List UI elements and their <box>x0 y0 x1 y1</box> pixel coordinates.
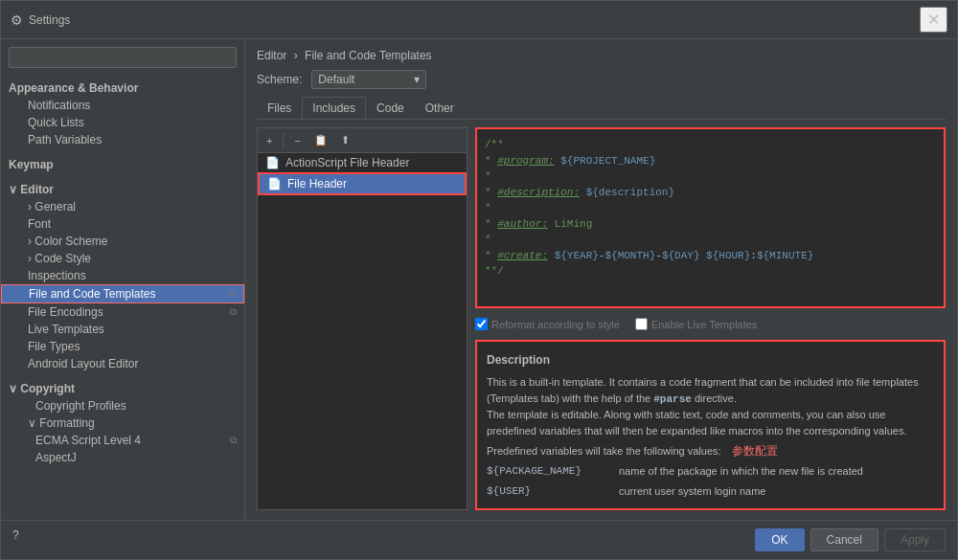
sidebar-item-inspections[interactable]: Inspections <box>1 267 244 284</box>
formatting-expand-icon: ∨ <box>28 416 39 430</box>
breadcrumb-current: File and Code Templates <box>305 49 432 62</box>
settings-icon: ⚙ <box>11 12 23 28</box>
tab-code[interactable]: Code <box>366 97 415 119</box>
sidebar-item-file-types[interactable]: File Types <box>1 338 244 355</box>
code-line-1: /** <box>485 137 936 153</box>
sidebar: Appearance & Behavior Notifications Quic… <box>1 39 245 520</box>
cancel-button[interactable]: Cancel <box>810 528 878 551</box>
content-area: Appearance & Behavior Notifications Quic… <box>1 39 957 520</box>
export-template-button[interactable]: ⬆ <box>336 132 354 148</box>
sidebar-item-android-layout-editor[interactable]: Android Layout Editor <box>1 355 244 372</box>
template-item-actionscript[interactable]: 📄 ActionScript File Header <box>258 153 467 172</box>
breadcrumb-editor: Editor <box>257 49 286 62</box>
ok-button[interactable]: OK <box>755 528 804 551</box>
tabs-bar: Files Includes Code Other <box>257 97 946 120</box>
scheme-value: Default <box>318 73 354 86</box>
sidebar-item-font[interactable]: Font <box>1 215 244 233</box>
sidebar-item-code-style[interactable]: › Code Style <box>1 250 244 267</box>
apply-button[interactable]: Apply <box>884 528 946 551</box>
remove-template-button[interactable]: − <box>289 133 305 148</box>
sidebar-item-formatting[interactable]: ∨ Formatting <box>1 414 244 432</box>
description-panel: Description This is a built-in template.… <box>475 340 946 510</box>
description-text-3: Predefined variables will take the follo… <box>487 442 934 459</box>
reformat-text: Reformat according to style <box>491 319 620 330</box>
settings-window: ⚙ Settings ✕ Appearance & Behavior Notif… <box>0 0 958 560</box>
editor-options: Reformat according to style Enable Live … <box>475 314 946 334</box>
template-icon-actionscript: 📄 <box>265 156 280 169</box>
editor-expand-icon: ∨ <box>9 183 20 196</box>
copy-icon: ⧉ <box>229 288 236 300</box>
var-desc-package: name of the package in which the new fil… <box>619 463 863 480</box>
live-templates-text: Enable Live Templates <box>651 319 757 330</box>
sidebar-section-appearance: Appearance & Behavior Notifications Quic… <box>1 76 244 152</box>
question-icon[interactable]: ? <box>12 528 19 551</box>
template-item-file-header[interactable]: 📄 File Header <box>258 172 467 195</box>
scheme-label: Scheme: <box>257 73 302 86</box>
template-icon-file-header: 📄 <box>267 177 282 190</box>
sidebar-section-keymap: Keymap <box>1 152 244 177</box>
code-line-9: **/ <box>485 263 936 280</box>
tab-includes[interactable]: Includes <box>302 97 366 119</box>
scheme-dropdown-icon: ▾ <box>414 73 420 86</box>
template-toolbar: + − 📋 ⬆ <box>258 128 467 153</box>
sidebar-item-live-templates[interactable]: Live Templates <box>1 321 244 338</box>
close-button[interactable]: ✕ <box>920 7 947 33</box>
code-line-3: * <box>485 168 936 185</box>
sidebar-item-notifications[interactable]: Notifications <box>1 97 244 114</box>
reformat-checkbox[interactable] <box>475 318 488 330</box>
sidebar-item-quick-lists[interactable]: Quick Lists <box>1 114 244 131</box>
sidebar-header-editor: ∨ Editor <box>1 181 244 198</box>
template-list-panel: + − 📋 ⬆ 📄 ActionScript File Header 📄 <box>257 127 468 510</box>
title-bar: ⚙ Settings ✕ <box>1 1 957 39</box>
sidebar-header-keymap: Keymap <box>1 156 244 173</box>
code-line-7: * <box>485 232 936 248</box>
code-line-5: * <box>485 200 936 216</box>
copy-icon-2: ⧉ <box>230 306 237 318</box>
sidebar-item-aspectj[interactable]: AspectJ <box>1 449 244 466</box>
copyright-expand-icon: ∨ <box>9 382 20 395</box>
description-text-2: The template is editable. Along with sta… <box>487 407 934 438</box>
sidebar-item-ecma-script[interactable]: ECMA Script Level 4 ⧉ <box>1 432 244 449</box>
live-templates-label[interactable]: Enable Live Templates <box>635 318 757 330</box>
scheme-row: Scheme: Default ▾ <box>257 70 946 89</box>
code-line-6: * #author: LiMing <box>485 216 936 233</box>
sidebar-section-copyright: ∨ Copyright Copyright Profiles ∨ Formatt… <box>1 376 244 470</box>
bottom-bar: ? OK Cancel Apply <box>1 520 957 559</box>
tab-other[interactable]: Other <box>415 97 465 119</box>
sidebar-item-color-scheme[interactable]: › Color Scheme <box>1 233 244 250</box>
tab-files[interactable]: Files <box>257 97 302 119</box>
add-template-button[interactable]: + <box>262 133 277 148</box>
panels-area: + − 📋 ⬆ 📄 ActionScript File Header 📄 <box>257 127 946 510</box>
sidebar-item-copyright-profiles[interactable]: Copyright Profiles <box>1 397 244 414</box>
description-text-1: This is a built-in template. It contains… <box>487 374 934 407</box>
code-editor[interactable]: /** * #program: ${PROJECT_NAME} * * #des… <box>475 127 946 308</box>
title-bar-left: ⚙ Settings <box>11 12 70 28</box>
main-panel: Editor › File and Code Templates Scheme:… <box>245 39 957 520</box>
toolbar-separator <box>283 133 284 148</box>
sidebar-item-file-encodings[interactable]: File Encodings ⧉ <box>1 303 244 321</box>
live-templates-checkbox[interactable] <box>635 318 648 330</box>
sidebar-header-copyright: ∨ Copyright <box>1 380 244 397</box>
variable-row-2: ${USER} current user system login name <box>487 483 934 500</box>
breadcrumb: Editor › File and Code Templates <box>257 49 946 62</box>
sidebar-item-file-code-templates[interactable]: File and Code Templates ⧉ <box>1 284 244 303</box>
template-list: 📄 ActionScript File Header 📄 File Header <box>258 153 467 509</box>
var-name-package: ${PACKAGE_NAME} <box>487 463 611 480</box>
chinese-annotation: 参数配置 <box>732 444 778 458</box>
code-line-2: * #program: ${PROJECT_NAME} <box>485 153 936 169</box>
editor-panel: /** * #program: ${PROJECT_NAME} * * #des… <box>475 127 946 510</box>
search-input[interactable] <box>9 47 237 68</box>
code-line-4: * #description: ${description} <box>485 185 936 201</box>
variable-row-1: ${PACKAGE_NAME} name of the package in w… <box>487 463 934 480</box>
var-name-user: ${USER} <box>487 483 611 500</box>
sidebar-item-path-variables[interactable]: Path Variables <box>1 131 244 148</box>
window-title: Settings <box>29 13 70 27</box>
copy-template-button[interactable]: 📋 <box>309 132 332 148</box>
parse-directive: #parse <box>653 393 692 405</box>
scheme-select[interactable]: Default ▾ <box>311 70 426 89</box>
reformat-label[interactable]: Reformat according to style <box>475 318 620 330</box>
sidebar-item-general[interactable]: › General <box>1 198 244 215</box>
description-title: Description <box>487 351 934 369</box>
sidebar-section-editor: ∨ Editor › General Font › Color Scheme ›… <box>1 177 244 376</box>
code-line-8: * #create: ${YEAR}-${MONTH}-${DAY} ${HOU… <box>485 248 936 264</box>
